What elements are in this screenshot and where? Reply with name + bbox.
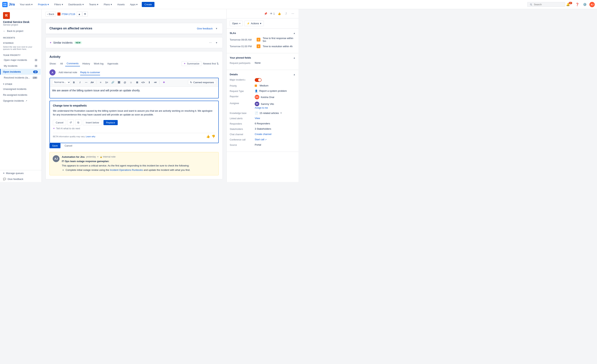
editor-content[interactable]: We are aware of the billing system issue… (50, 87, 218, 98)
footer-cancel-button[interactable]: Cancel (62, 143, 75, 148)
tab-reply-customer[interactable]: Reply to customer (80, 70, 100, 75)
app-logo[interactable]: Jira (2, 2, 15, 7)
numbered-list-button[interactable]: 1≡ (104, 80, 109, 85)
nav-apps[interactable]: Apps ▾ (128, 2, 140, 7)
sidebar-item-reassigned[interactable]: Re-assigned incidents (0, 92, 41, 98)
table-button[interactable]: ⊞ (134, 80, 140, 85)
issue-key[interactable]: ITSM-17116 (57, 13, 75, 16)
bullet-list-button[interactable]: ≡ (98, 80, 103, 85)
italic-button[interactable]: I (77, 80, 83, 85)
more-format-button[interactable]: ⋯ (83, 80, 89, 85)
more-button[interactable]: +▾ (153, 80, 158, 85)
entry-time: yesterday (86, 155, 96, 158)
back-to-project[interactable]: ← Back to project (0, 28, 41, 34)
watch-icon[interactable]: 👁 1 (270, 11, 275, 16)
more-icon[interactable]: ⋯ (290, 11, 295, 16)
manage-queues-link[interactable]: ≡ Manage queues (0, 170, 41, 176)
runbooks-link[interactable]: Incident Operations Runbooks (110, 168, 143, 171)
create-button[interactable]: Create (142, 2, 155, 7)
reporter-row: Reporter KO Keisha Onai (230, 95, 295, 99)
back-button[interactable]: ‹ Back (46, 12, 56, 16)
similar-more-icon[interactable]: ⋯ (208, 40, 213, 45)
replace-button[interactable]: Replace (103, 120, 118, 125)
mention-button[interactable]: @ (122, 80, 127, 85)
link-button[interactable]: 🔗 (110, 80, 115, 85)
sidebar-item-open-major[interactable]: Open major incidents 0 (1, 57, 41, 63)
toggle-knob (258, 79, 261, 81)
project-type: Service project (3, 24, 39, 26)
thumbs-down-button[interactable]: 👎 (212, 135, 215, 138)
summarize-button[interactable]: ✦ Summarize (181, 61, 202, 66)
give-feedback-button[interactable]: Give feedback (197, 27, 213, 30)
sidebar-item-open-incidents[interactable]: Open incidents 18 (0, 69, 41, 75)
pinned-fields-header[interactable]: Your pinned fields ▲ (230, 56, 295, 59)
ai-copy-button[interactable]: ⧉ (75, 119, 81, 126)
nav-teams[interactable]: Teams ▾ (87, 2, 100, 7)
emoji-button[interactable]: ☺ (128, 80, 134, 85)
image-button[interactable]: 🖼 (116, 80, 121, 85)
nav-plans[interactable]: Plans ▾ (102, 2, 114, 7)
insert-below-button[interactable]: Insert below (83, 120, 102, 125)
tab-comments[interactable]: Comments (65, 61, 80, 66)
details-header[interactable]: Details ▲ (230, 73, 295, 76)
conference-call-value[interactable]: Start call ↗ (255, 138, 295, 141)
ai-undo-button[interactable]: ↺ (68, 119, 74, 126)
text-style-select[interactable]: Normal te... (52, 80, 71, 85)
status-open-button[interactable]: Open ▾ (230, 21, 243, 26)
chat-channel-value[interactable]: Create channel (255, 133, 295, 135)
share-icon[interactable]: ⤴ (283, 11, 289, 16)
tab-approvals[interactable]: Approvals (106, 61, 120, 66)
other-section[interactable]: ▾ OTHER (0, 80, 41, 86)
bold-button[interactable]: B (71, 80, 77, 85)
reply-header: A Add internal note Reply to customer (49, 69, 219, 75)
prev-issue-arrow[interactable]: ▲ (77, 11, 82, 17)
newest-first-button[interactable]: Newest first ⇅ (203, 62, 219, 65)
major-incident-toggle[interactable] (255, 78, 261, 82)
save-button[interactable]: Save (49, 143, 61, 148)
code-button[interactable]: </> (141, 80, 146, 85)
assignee-label: Assignee (230, 102, 252, 105)
sidebar-item-my-incidents[interactable]: My incidents 0 (1, 63, 41, 69)
ai-tell-next[interactable]: ✦ Tell AI what to do next (53, 126, 215, 131)
activity-section: Activity Show: All Comments History Work… (46, 51, 223, 179)
lock-icon: 🔒 (100, 156, 102, 158)
title-chevron-icon[interactable]: ▾ (214, 26, 219, 31)
actions-button[interactable]: ⚡ Actions ▾ (244, 21, 264, 26)
sidebar-item-resolved[interactable]: Resolved incidents (la... 238 (1, 75, 41, 80)
sidebar-item-unassigned[interactable]: Unassigned incidents (0, 86, 41, 92)
thumbs-up-header-icon[interactable]: 👍 (276, 11, 282, 16)
tab-worklog[interactable]: Work log (92, 61, 105, 66)
knowledge-base-row: Knowledge base 📄 15 related articles ▾ (230, 111, 295, 115)
knowledge-base-value: 📄 15 related articles ▾ (255, 111, 295, 115)
nav-dashboards[interactable]: Dashboards ▾ (67, 2, 86, 7)
pinned-title: Your pinned fields (230, 56, 251, 59)
assign-to-me-link[interactable]: Assign to me (255, 107, 295, 109)
sla-header[interactable]: SLAs ▲ (230, 32, 295, 34)
sla-label-2: Time to resolution within 4h (263, 45, 293, 48)
ai-enhance-button[interactable]: ✦ (161, 80, 166, 85)
sidebar-item-opsgenie[interactable]: Opsgenie incidents ↗ (0, 98, 41, 104)
next-issue-arrow[interactable]: ▼ (82, 11, 88, 17)
text-color-button[interactable]: A▾ (89, 80, 95, 85)
knowledge-expand-icon[interactable]: ▾ (281, 112, 282, 114)
tab-all[interactable]: All (59, 61, 64, 66)
canned-responses-button[interactable]: ↻ Canned responses (188, 80, 216, 85)
source-row: Source Portal (230, 143, 295, 146)
breadcrumb: ‹ Back ITSM-17116 ▲ ▼ (42, 9, 227, 19)
ai-cancel-button[interactable]: Cancel (53, 120, 66, 125)
nav-filters[interactable]: Filters ▾ (52, 2, 65, 7)
activity-tabs: Show: All Comments History Work log Appr… (49, 61, 219, 66)
pin-icon[interactable]: 📌 (263, 11, 268, 16)
thumbs-up-button[interactable]: 👍 (206, 135, 210, 138)
give-feedback-sidebar-link[interactable]: 💬 Give feedback (0, 176, 41, 182)
team-priority-title: TEAM PRIORITY (0, 52, 41, 57)
similar-chevron-icon[interactable]: ▾ (214, 40, 219, 45)
info-button[interactable]: ℹ (147, 80, 152, 85)
nav-projects[interactable]: Projects ▾ (36, 2, 51, 7)
tab-internal-note[interactable]: Add internal note (59, 70, 77, 75)
learn-why-link[interactable]: Learn why (86, 135, 95, 138)
nav-your-work[interactable]: Your work ▾ (18, 2, 34, 7)
nav-assets[interactable]: Assets (115, 2, 127, 7)
tab-history[interactable]: History (81, 61, 91, 66)
linked-alerts-value[interactable]: View (255, 117, 295, 120)
